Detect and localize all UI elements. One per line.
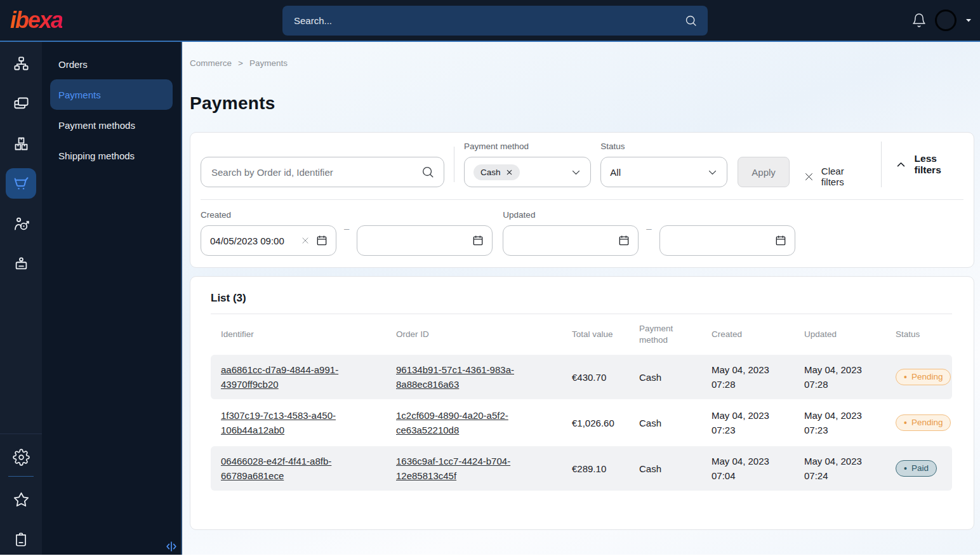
payment-method-label: Payment method	[464, 142, 591, 151]
chevron-up-icon	[896, 159, 906, 170]
payment-method-cell: Cash	[639, 372, 712, 383]
content-tree-icon[interactable]	[6, 48, 36, 79]
ibexa-logo[interactable]: ibexa	[10, 9, 62, 32]
status-badge: Pending	[896, 369, 951, 385]
status-select[interactable]: All	[600, 157, 727, 187]
rail-divider	[0, 434, 42, 434]
topbar: ibexa	[0, 0, 980, 42]
col-status: Status	[896, 329, 952, 340]
sidebar-item-shipping-methods[interactable]: Shipping methods	[50, 140, 173, 171]
date-range-separator: –	[344, 223, 349, 244]
payment-method-cell: Cash	[639, 463, 712, 474]
commerce-cart-icon[interactable]	[6, 168, 36, 199]
filter-search-box[interactable]	[201, 157, 444, 187]
payments-list-panel: List (3) Identifier Order ID Total value…	[190, 276, 974, 530]
search-icon[interactable]	[684, 14, 698, 27]
updated-from-input[interactable]	[503, 225, 639, 256]
customer-badge-icon[interactable]	[6, 248, 36, 279]
created-from-value: 04/05/2023 09:00	[210, 235, 284, 246]
chevron-down-icon	[571, 167, 581, 178]
status-badge: Pending	[896, 414, 951, 431]
chevron-down-icon	[707, 167, 718, 178]
col-payment-method: Payment method	[639, 323, 685, 345]
identifier-link[interactable]: 1f307c19-7c13-4583-a450-106b44a12ab0	[221, 408, 355, 438]
topbar-actions	[911, 0, 972, 41]
created-cell: May 04, 2023 07:04	[712, 454, 783, 484]
bookmarks-star-icon[interactable]	[6, 484, 36, 515]
breadcrumb-commerce[interactable]: Commerce	[190, 58, 232, 68]
col-order-id: Order ID	[396, 329, 572, 340]
col-total-value: Total value	[572, 329, 639, 340]
sidebar-item-payments[interactable]: Payments	[50, 79, 173, 110]
breadcrumb-payments[interactable]: Payments	[249, 58, 288, 68]
global-search-input[interactable]	[293, 15, 684, 27]
filter-row-divider	[201, 199, 963, 200]
notifications-bell-icon[interactable]	[911, 13, 927, 28]
created-cell: May 04, 2023 07:28	[712, 362, 783, 392]
table-header: Identifier Order ID Total value Payment …	[211, 314, 952, 355]
global-search[interactable]	[282, 6, 708, 36]
payment-method-cell: Cash	[639, 418, 712, 428]
list-title: List (3)	[211, 292, 952, 305]
sidebar-resize-handle-icon[interactable]	[164, 539, 178, 553]
order-id-link[interactable]: 96134b91-57c1-4361-983a-8a88ec816a63	[396, 362, 531, 392]
status-selected-value: All	[610, 167, 621, 178]
main-nav-rail	[0, 42, 42, 555]
updated-cell: May 04, 2023 07:28	[804, 362, 875, 392]
trash-icon[interactable]	[6, 524, 36, 555]
chip-remove-icon[interactable]	[506, 169, 513, 176]
order-id-link[interactable]: 1636c9af-1cc7-4424-b704-12e85813c45f	[396, 454, 531, 484]
col-updated: Updated	[804, 329, 896, 340]
settings-gear-icon[interactable]	[6, 442, 36, 472]
sidebar-item-payment-methods[interactable]: Payment methods	[50, 110, 173, 140]
filters-panel: Payment method Cash	[190, 132, 974, 268]
col-created: Created	[712, 329, 804, 340]
payment-method-select[interactable]: Cash	[464, 157, 591, 187]
clear-date-icon[interactable]	[301, 236, 310, 245]
rail-accent-divider	[8, 476, 34, 477]
user-menu-caret-icon[interactable]	[965, 17, 972, 24]
payment-method-chip: Cash	[473, 164, 520, 180]
breadcrumb-separator: >	[238, 58, 243, 68]
updated-label: Updated	[503, 210, 639, 220]
calendar-icon[interactable]	[618, 234, 630, 247]
calendar-icon[interactable]	[472, 234, 484, 247]
table-row: aa6861cc-d7a9-4844-a991-43970ff9cb20 961…	[211, 355, 952, 399]
total-value-cell: €289.10	[572, 463, 639, 474]
less-filters-toggle[interactable]: Less filters	[896, 153, 963, 176]
calendar-icon[interactable]	[315, 234, 328, 247]
filter-divider	[454, 147, 454, 182]
calendar-icon[interactable]	[774, 234, 787, 247]
identifier-link[interactable]: aa6861cc-d7a9-4844-a991-43970ff9cb20	[221, 362, 355, 392]
filter-divider	[881, 142, 882, 187]
updated-cell: May 04, 2023 07:24	[804, 454, 875, 484]
page-title: Payments	[190, 93, 980, 114]
created-to-input[interactable]	[357, 225, 493, 256]
order-id-link[interactable]: 1c2cf609-4890-4a20-a5f2-ce63a52210d8	[396, 408, 531, 438]
breadcrumb: Commerce > Payments	[190, 58, 980, 68]
updated-cell: May 04, 2023 07:23	[804, 408, 875, 438]
table-row: 06466028-e42f-4f41-a8fb-66789a681ece 163…	[211, 446, 952, 491]
created-from-input[interactable]: 04/05/2023 09:00	[201, 225, 336, 256]
total-value-cell: €430.70	[572, 372, 639, 383]
created-label: Created	[201, 210, 336, 220]
status-label: Status	[600, 142, 727, 151]
updated-to-input[interactable]	[659, 225, 795, 256]
sidebar-item-orders[interactable]: Orders	[50, 49, 173, 79]
filter-search-input[interactable]	[210, 166, 421, 178]
col-identifier: Identifier	[221, 329, 396, 340]
clear-filters-button[interactable]: Clear filters	[804, 166, 867, 187]
created-cell: May 04, 2023 07:23	[712, 408, 783, 438]
commerce-submenu: Orders Payments Payment methods Shipping…	[42, 42, 182, 555]
main-content: Commerce > Payments Payments Payment	[182, 42, 980, 555]
identifier-link[interactable]: 06466028-e42f-4f41-a8fb-66789a681ece	[221, 454, 355, 484]
total-value-cell: €1,026.60	[572, 418, 639, 428]
products-icon[interactable]	[6, 128, 36, 159]
table-row: 1f307c19-7c13-4583-a450-106b44a12ab0 1c2…	[211, 400, 952, 445]
status-badge: Paid	[896, 460, 937, 477]
personalization-icon[interactable]	[6, 208, 36, 239]
apply-button[interactable]: Apply	[738, 157, 790, 187]
date-range-separator: –	[646, 223, 651, 244]
pages-icon[interactable]	[6, 88, 36, 119]
user-avatar[interactable]	[935, 10, 957, 31]
